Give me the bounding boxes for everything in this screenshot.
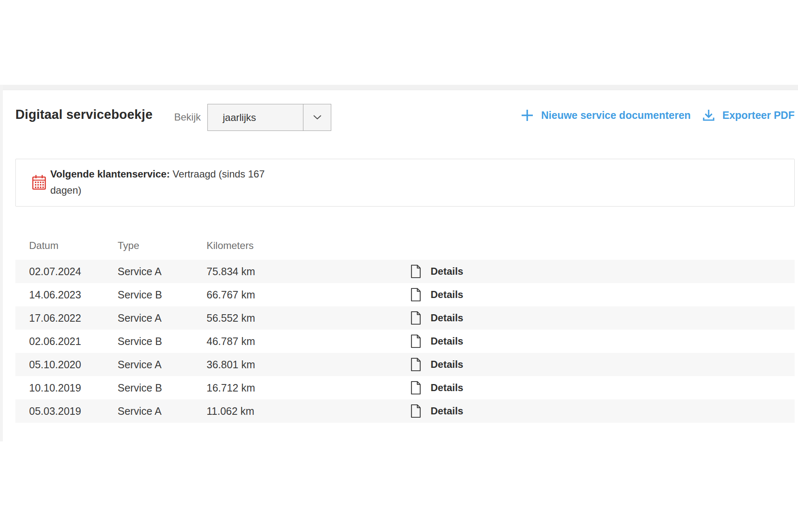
details-button[interactable]: Details bbox=[410, 357, 463, 372]
document-icon bbox=[410, 311, 421, 325]
calendar-icon bbox=[32, 174, 47, 191]
details-button-label: Details bbox=[431, 289, 463, 300]
document-icon bbox=[410, 334, 421, 348]
details-button[interactable]: Details bbox=[410, 381, 463, 395]
details-button-label: Details bbox=[431, 382, 463, 394]
next-service-alert: Volgende klantenservice: Vertraagd (sind… bbox=[15, 159, 795, 207]
details-button-label: Details bbox=[431, 405, 463, 417]
export-pdf-button[interactable]: Exporteer PDF bbox=[702, 109, 795, 122]
cell-kilometers: 66.767 km bbox=[207, 289, 255, 301]
cell-type: Service A bbox=[118, 405, 162, 417]
cell-type: Service A bbox=[118, 312, 162, 324]
plus-icon bbox=[521, 109, 534, 122]
next-service-alert-label: Volgende klantenservice: bbox=[50, 168, 170, 180]
cell-type: Service B bbox=[118, 289, 162, 301]
download-icon bbox=[702, 109, 715, 122]
cell-type: Service A bbox=[118, 359, 162, 371]
cell-kilometers: 16.712 km bbox=[207, 382, 255, 394]
table-body: 02.07.2024 Service A 75.834 km Details 1… bbox=[15, 260, 795, 423]
details-button[interactable]: Details bbox=[410, 311, 463, 325]
table-row: 05.10.2020 Service A 36.801 km Details bbox=[15, 353, 795, 376]
table-row: 14.06.2023 Service B 66.767 km Details bbox=[15, 283, 795, 306]
cell-kilometers: 56.552 km bbox=[207, 312, 255, 324]
cell-type: Service A bbox=[118, 266, 162, 278]
new-service-button[interactable]: Nieuwe service documenteren bbox=[521, 109, 691, 122]
details-button[interactable]: Details bbox=[410, 264, 463, 278]
page-title: Digitaal serviceboekje bbox=[15, 107, 153, 122]
cell-kilometers: 75.834 km bbox=[207, 266, 255, 278]
table-row: 02.06.2021 Service B 46.787 km Details bbox=[15, 330, 795, 353]
service-history-table: Datum Type Kilometers 02.07.2024 Service… bbox=[15, 240, 795, 423]
cell-date: 02.06.2021 bbox=[29, 335, 81, 347]
cell-date: 14.06.2023 bbox=[29, 289, 81, 301]
cell-date: 05.10.2020 bbox=[29, 359, 81, 371]
cell-date: 10.10.2019 bbox=[29, 382, 81, 394]
document-icon bbox=[410, 357, 421, 372]
document-icon bbox=[410, 288, 421, 302]
details-button-label: Details bbox=[431, 359, 463, 370]
details-button-label: Details bbox=[431, 335, 463, 347]
view-filter-select[interactable]: jaarlijks bbox=[207, 104, 331, 131]
cell-date: 05.03.2019 bbox=[29, 405, 81, 417]
cell-type: Service B bbox=[118, 335, 162, 347]
table-row: 02.07.2024 Service A 75.834 km Details bbox=[15, 260, 795, 283]
document-icon bbox=[410, 381, 421, 395]
cell-date: 02.07.2024 bbox=[29, 266, 81, 278]
view-filter-label: Bekijk bbox=[174, 111, 201, 123]
table-header-row: Datum Type Kilometers bbox=[15, 240, 795, 260]
details-button[interactable]: Details bbox=[410, 334, 463, 348]
new-service-button-label: Nieuwe service documenteren bbox=[541, 109, 691, 121]
document-icon bbox=[410, 264, 421, 278]
page-background-band bbox=[0, 85, 798, 90]
cell-date: 17.06.2022 bbox=[29, 312, 81, 324]
column-header-kilometers: Kilometers bbox=[207, 240, 254, 251]
export-pdf-button-label: Exporteer PDF bbox=[722, 109, 795, 121]
table-row: 10.10.2019 Service B 16.712 km Details bbox=[15, 376, 795, 399]
cell-kilometers: 11.062 km bbox=[207, 405, 254, 417]
cell-type: Service B bbox=[118, 382, 162, 394]
document-icon bbox=[410, 404, 421, 418]
details-button[interactable]: Details bbox=[410, 288, 463, 302]
details-button[interactable]: Details bbox=[410, 404, 463, 418]
column-header-type: Type bbox=[118, 240, 139, 251]
table-row: 17.06.2022 Service A 56.552 km Details bbox=[15, 306, 795, 330]
details-button-label: Details bbox=[431, 266, 463, 277]
select-arrow-box[interactable] bbox=[303, 104, 331, 131]
cell-kilometers: 36.801 km bbox=[207, 359, 255, 371]
card-left-edge bbox=[0, 85, 3, 441]
chevron-down-icon bbox=[313, 115, 321, 120]
cell-kilometers: 46.787 km bbox=[207, 335, 255, 347]
details-button-label: Details bbox=[431, 312, 463, 324]
next-service-alert-text: Volgende klantenservice: Vertraagd (sind… bbox=[50, 166, 271, 198]
column-header-date: Datum bbox=[29, 240, 59, 251]
table-row: 05.03.2019 Service A 11.062 km Details bbox=[15, 399, 795, 423]
view-filter-selected-value: jaarlijks bbox=[208, 112, 303, 123]
